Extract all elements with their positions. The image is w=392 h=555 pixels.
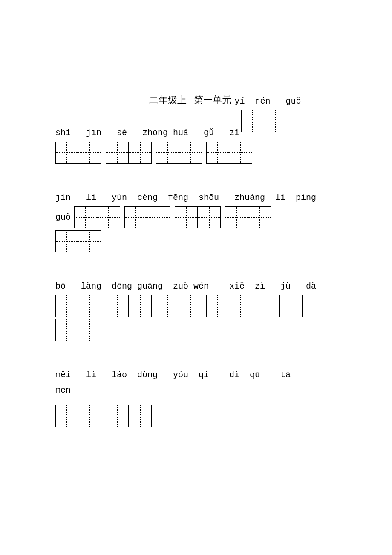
tianzi-cell[interactable] bbox=[106, 405, 129, 427]
tianzi-cell[interactable] bbox=[156, 142, 179, 164]
tianzi-cell[interactable] bbox=[78, 142, 101, 164]
row4-pinyin-line2: men bbox=[55, 384, 337, 396]
tianzi-cell[interactable] bbox=[55, 295, 78, 317]
row4-pinyin1: měi lì láo dòng yóu qí dì qū tā bbox=[55, 370, 291, 380]
tianzi-cell[interactable] bbox=[280, 295, 303, 317]
box-bolang bbox=[55, 295, 101, 317]
tianzi-cell[interactable] bbox=[74, 206, 97, 228]
box-yunceng bbox=[124, 206, 170, 228]
header-line: 二年级上 第一单元 yí rén guǒ bbox=[55, 94, 337, 107]
box-pingguo bbox=[55, 230, 101, 252]
box-zuowen bbox=[156, 295, 202, 317]
tianzi-cell[interactable] bbox=[248, 206, 271, 228]
tianzi-cell[interactable] bbox=[257, 295, 280, 317]
box-meili bbox=[55, 405, 101, 427]
row3-boxes bbox=[55, 295, 337, 317]
tianzi-cell[interactable] bbox=[55, 230, 78, 252]
tianzi-cell[interactable] bbox=[229, 295, 252, 317]
tianzi-cell[interactable] bbox=[55, 319, 78, 341]
spacer bbox=[55, 254, 337, 280]
tianzi-cell[interactable] bbox=[206, 142, 229, 164]
tianzi-cell[interactable] bbox=[124, 206, 147, 228]
box-zhonghua bbox=[156, 142, 202, 164]
row1-pinyin: shí jīn sè zhōng huá gǔ zi bbox=[55, 128, 239, 138]
spacer bbox=[55, 165, 337, 191]
tianzi-cell[interactable] bbox=[156, 295, 179, 317]
row3-pinyin: bō làng dēng guāng zuò wén xiě zì jù dà bbox=[55, 281, 316, 292]
box-shi-jinse bbox=[55, 142, 101, 164]
tianzi-cell[interactable] bbox=[229, 142, 252, 164]
tianzi-cell[interactable] bbox=[106, 142, 129, 164]
box-fengshou bbox=[175, 206, 221, 228]
tianzi-cell[interactable] bbox=[198, 206, 221, 228]
row4-pinyin2: men bbox=[55, 385, 71, 396]
box-zhuangli bbox=[225, 206, 271, 228]
header-pinyin: yí rén guǒ bbox=[235, 96, 301, 107]
row4-pinyin-line1: měi lì láo dòng yóu qí dì qū tā bbox=[55, 368, 337, 380]
tianzi-cell[interactable] bbox=[225, 206, 248, 228]
box-yiren-guo bbox=[241, 110, 287, 132]
tianzi-cell[interactable] bbox=[264, 110, 287, 132]
row1-wrap: shí jīn sè zhōng huá gǔ zi bbox=[55, 110, 337, 142]
spacer bbox=[55, 399, 337, 405]
tianzi-cell[interactable] bbox=[175, 206, 198, 228]
tianzi-cell[interactable] bbox=[78, 319, 101, 341]
box-dengguang bbox=[106, 295, 152, 317]
tianzi-cell[interactable] bbox=[78, 295, 101, 317]
row4-boxes bbox=[55, 405, 337, 427]
tianzi-cell[interactable] bbox=[78, 230, 101, 252]
row1-pinyin-line: shí jīn sè zhōng huá gǔ zi bbox=[55, 126, 241, 138]
tianzi-cell[interactable] bbox=[179, 142, 202, 164]
row3-boxes-line2 bbox=[55, 319, 337, 341]
tianzi-cell[interactable] bbox=[129, 295, 152, 317]
row2-prefix: guǒ bbox=[55, 212, 71, 223]
tianzi-cell[interactable] bbox=[97, 206, 120, 228]
tianzi-cell[interactable] bbox=[55, 142, 78, 164]
box-juda bbox=[257, 295, 303, 317]
tianzi-cell[interactable] bbox=[129, 142, 152, 164]
row2-boxes: guǒ bbox=[55, 206, 337, 228]
tianzi-cell[interactable] bbox=[78, 405, 101, 427]
row2-pinyin: jìn lì yún céng fēng shōu zhuàng lì píng bbox=[55, 193, 316, 203]
tianzi-cell[interactable] bbox=[147, 206, 170, 228]
row2-boxes-line2 bbox=[55, 230, 337, 252]
row3-pinyin-line: bō làng dēng guāng zuò wén xiě zì jù dà bbox=[55, 280, 337, 292]
row2-pinyin-line: jìn lì yún céng fēng shōu zhuàng lì píng bbox=[55, 191, 337, 203]
tianzi-cell[interactable] bbox=[106, 295, 129, 317]
spacer bbox=[55, 343, 337, 368]
indent bbox=[55, 96, 147, 107]
box-jinli bbox=[74, 206, 120, 228]
tianzi-cell[interactable] bbox=[179, 295, 202, 317]
row1-boxes bbox=[55, 142, 337, 164]
box-guzi bbox=[206, 142, 252, 164]
page-title: 二年级上 第一单元 bbox=[149, 94, 231, 107]
box-xiezi bbox=[206, 295, 252, 317]
worksheet-page: 二年级上 第一单元 yí rén guǒ shí jīn sè zhōng hu… bbox=[0, 0, 392, 454]
tianzi-cell[interactable] bbox=[55, 405, 78, 427]
box-extra bbox=[55, 319, 101, 341]
box-laodong bbox=[106, 405, 152, 427]
tianzi-cell[interactable] bbox=[241, 110, 264, 132]
box-jinse2 bbox=[106, 142, 152, 164]
tianzi-cell[interactable] bbox=[129, 405, 152, 427]
tianzi-cell[interactable] bbox=[206, 295, 229, 317]
